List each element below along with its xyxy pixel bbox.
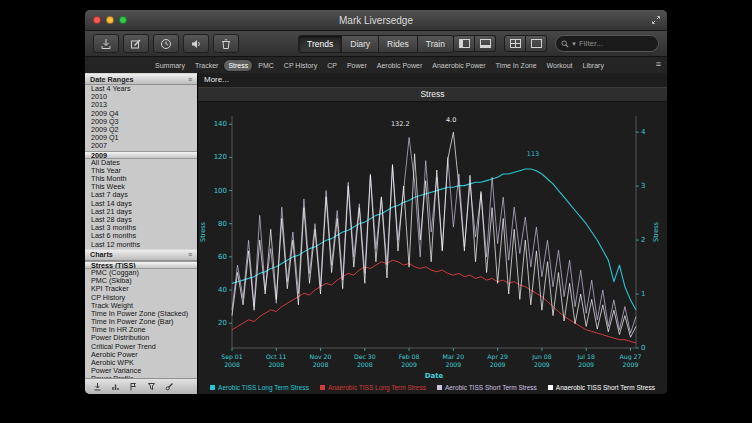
sidebar-item-last-21-days[interactable]: Last 21 days xyxy=(85,208,197,216)
sidebar-item-power-variance[interactable]: Power Variance xyxy=(85,367,197,375)
import-button[interactable] xyxy=(93,34,119,53)
single-view-button[interactable] xyxy=(526,35,547,52)
tab-time-in-zone[interactable]: Time In Zone xyxy=(492,60,541,71)
zoom-button[interactable] xyxy=(119,16,127,24)
sidebar-item-2009-q2[interactable]: 2009 Q2 xyxy=(85,126,197,134)
compose-button[interactable] xyxy=(123,34,149,53)
add-range-icon[interactable] xyxy=(93,382,102,391)
title-bar[interactable]: Mark Liversedge xyxy=(85,10,667,31)
toolbar-left-group xyxy=(93,34,239,53)
sidebar-item-last-7-days[interactable]: Last 7 days xyxy=(85,191,197,199)
toggle-lowbar-button[interactable] xyxy=(475,35,496,52)
view-tab-diary[interactable]: Diary xyxy=(342,35,379,53)
sidebar-item-all-dates[interactable]: All Dates xyxy=(85,159,197,167)
trash-button[interactable] xyxy=(213,34,239,53)
sidebar-item-pmc-coggan[interactable]: PMC (Coggan) xyxy=(85,269,197,277)
sidebar-item-2009-q1[interactable]: 2009 Q1 xyxy=(85,134,197,142)
sidebar-item-2010[interactable]: 2010 xyxy=(85,93,197,101)
series-aerobic-tiss-long-term-stress xyxy=(232,169,636,310)
section-menu-icon[interactable]: ≡ xyxy=(188,251,192,258)
more-link[interactable]: More... xyxy=(198,73,667,87)
sidebar-item-kpi-tracker[interactable]: KPI Tracker xyxy=(85,285,197,293)
tab-cp-history[interactable]: CP History xyxy=(280,60,321,71)
x-tick-label-year: 2009 xyxy=(490,361,506,368)
flag-icon[interactable] xyxy=(129,382,138,391)
sidebar-item-time-in-hr-zone[interactable]: Time In HR Zone xyxy=(85,326,197,334)
chart-legend: Aerobic TISS Long Term StressAnaerobic T… xyxy=(198,380,667,394)
view-tab-rides[interactable]: Rides xyxy=(379,35,418,53)
fullscreen-icon[interactable] xyxy=(651,15,661,25)
legend-item-aerobic-tiss-long-term-stress: Aerobic TISS Long Term Stress xyxy=(210,384,309,391)
filter-caret-icon[interactable]: ▼ xyxy=(571,41,577,47)
section-menu-icon[interactable]: ≡ xyxy=(188,76,192,83)
tab-summary[interactable]: Summary xyxy=(151,60,189,71)
tab-power[interactable]: Power xyxy=(343,60,371,71)
chart-pane: More... Stress 2040608010012014001234Sep… xyxy=(198,73,667,394)
sidebar-item-time-in-power-zone-stacked[interactable]: Time In Power Zone (Stacked) xyxy=(85,310,197,318)
sidebar-item-2009-q4[interactable]: 2009 Q4 xyxy=(85,110,197,118)
tiled-view-button[interactable] xyxy=(504,35,526,52)
legend-swatch xyxy=(320,385,325,390)
left-tick-label: 40 xyxy=(218,286,227,294)
tile-layout-switcher xyxy=(504,35,547,52)
clock-button[interactable] xyxy=(153,34,179,53)
chart-icon[interactable] xyxy=(111,382,120,391)
legend-swatch xyxy=(210,385,215,390)
sidebar-item-last-6-months[interactable]: Last 6 months xyxy=(85,232,197,240)
x-axis-title: Date xyxy=(425,372,444,380)
sidebar-layout-switcher xyxy=(453,35,496,52)
x-tick-label: Nov 20 xyxy=(310,353,332,360)
view-tab-trends[interactable]: Trends xyxy=(298,35,342,53)
annotation-132-2: 132.2 xyxy=(391,120,410,128)
tab-cp[interactable]: CP xyxy=(323,60,341,71)
sidebar-item-cp-history[interactable]: CP History xyxy=(85,294,197,302)
sidebar-item-2007[interactable]: 2007 xyxy=(85,142,197,150)
funnel-icon[interactable] xyxy=(147,382,156,391)
tabbar-menu-icon[interactable]: ≡ xyxy=(656,59,661,69)
sidebar-item-last-28-days[interactable]: Last 28 days xyxy=(85,216,197,224)
sidebar-list: Date Ranges≡Last 4 Years201020132009 Q42… xyxy=(85,73,197,379)
tab-tracker[interactable]: Tracker xyxy=(191,60,222,71)
toggle-sidebar-button[interactable] xyxy=(453,35,475,52)
chart-holder[interactable]: 2040608010012014001234Sep 012008Oct 1120… xyxy=(198,102,667,380)
tab-pmc[interactable]: PMC xyxy=(254,60,278,71)
right-tick-label: 3 xyxy=(641,182,645,190)
tab-anaerobic-power[interactable]: Anaerobic Power xyxy=(428,60,489,71)
stress-chart[interactable]: 2040608010012014001234Sep 012008Oct 1120… xyxy=(198,102,666,380)
sidebar-item-time-in-power-zone-bar[interactable]: Time In Power Zone (Bar) xyxy=(85,318,197,326)
sidebar-item-this-week[interactable]: This Week xyxy=(85,183,197,191)
sidebar-item-stress-tiss[interactable]: Stress (TiSS) xyxy=(85,261,197,269)
sidebar-item-this-month[interactable]: This Month xyxy=(85,175,197,183)
sidebar-item-last-14-days[interactable]: Last 14 days xyxy=(85,200,197,208)
sidebar-item-aerobic-power[interactable]: Aerobic Power xyxy=(85,351,197,359)
sidebar-item-last-4-years[interactable]: Last 4 Years xyxy=(85,85,197,93)
legend-item-aerobic-tiss-short-term-stress: Aerobic TISS Short Term Stress xyxy=(437,384,537,391)
sidebar-item-power-distribution[interactable]: Power Distribution xyxy=(85,334,197,342)
sidebar-item-last-3-months[interactable]: Last 3 months xyxy=(85,224,197,232)
tab-library[interactable]: Library xyxy=(579,60,608,71)
tab-aerobic-power[interactable]: Aerobic Power xyxy=(373,60,427,71)
left-tick-label: 140 xyxy=(214,120,227,128)
sidebar-item-2009-q3[interactable]: 2009 Q3 xyxy=(85,118,197,126)
x-tick-label-year: 2008 xyxy=(313,361,329,368)
sidebar-item-critical-power-trend[interactable]: Critical Power Trend xyxy=(85,343,197,351)
annotation-4-0: 4.0 xyxy=(446,116,456,124)
sidebar-item-2013[interactable]: 2013 xyxy=(85,101,197,109)
tab-stress[interactable]: Stress xyxy=(224,60,252,71)
left-tick-label: 80 xyxy=(218,220,227,228)
sidebar-item-aerobic-wpk[interactable]: Aerobic WPK xyxy=(85,359,197,367)
legend-item-anaerobic-tiss-long-term-stress: Anaerobic TISS Long Term Stress xyxy=(320,384,426,391)
sidebar-item-2009[interactable]: 2009 xyxy=(85,151,197,159)
sidebar-item-last-12-months[interactable]: Last 12 months xyxy=(85,241,197,249)
sidebar-item-pmc-skiba[interactable]: PMC (Skiba) xyxy=(85,277,197,285)
speaker-button[interactable] xyxy=(183,34,209,53)
filter-field[interactable]: ▼ Filter... xyxy=(555,35,659,52)
sidebar-item-this-year[interactable]: This Year xyxy=(85,167,197,175)
minimize-button[interactable] xyxy=(106,16,114,24)
sidebar-item-track-weight[interactable]: Track Weight xyxy=(85,302,197,310)
view-tab-train[interactable]: Train xyxy=(418,35,454,53)
wrench-icon[interactable] xyxy=(165,382,174,391)
tab-workout[interactable]: Workout xyxy=(543,60,577,71)
section-header-label: Charts xyxy=(90,250,113,259)
close-button[interactable] xyxy=(93,16,101,24)
